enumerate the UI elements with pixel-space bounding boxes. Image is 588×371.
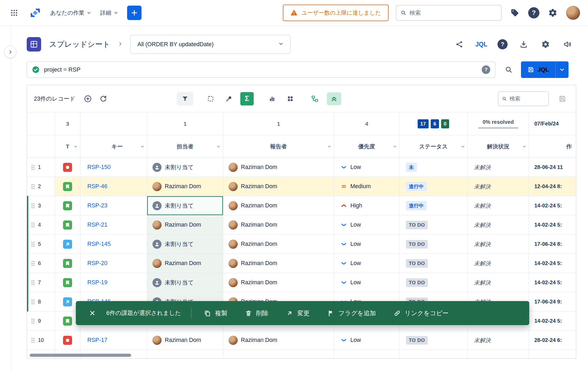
row-handle-cell[interactable]: 8 (27, 292, 55, 311)
drag-handle-icon[interactable] (31, 165, 35, 170)
drag-handle-icon[interactable] (31, 338, 35, 343)
assignee-cell[interactable]: Raziman Dom (147, 331, 223, 350)
copy-link-button[interactable]: リンクをコピー (394, 309, 449, 317)
issue-key-link[interactable]: RSP-145 (87, 241, 111, 247)
drag-handle-icon[interactable] (31, 299, 35, 305)
issue-key-link[interactable]: RSP-46 (87, 183, 107, 190)
create-button[interactable] (127, 6, 142, 20)
drag-handle-icon[interactable] (31, 318, 35, 324)
app-switcher-icon[interactable] (8, 7, 20, 19)
help-icon[interactable] (528, 7, 539, 18)
user-avatar[interactable] (566, 6, 580, 20)
settings-icon[interactable] (540, 38, 551, 50)
row-handle-cell[interactable]: 9 (27, 311, 55, 330)
global-search-input[interactable] (410, 10, 497, 16)
column-header-created[interactable]: 作 (529, 135, 576, 157)
status-cell[interactable]: TO DO (399, 215, 468, 234)
issue-key-cell[interactable]: RSP-150 (80, 158, 147, 177)
column-stats-icon[interactable] (265, 92, 279, 105)
reporter-cell[interactable]: Raziman Dom (223, 177, 334, 196)
assignee-cell[interactable]: 未割り当て (147, 158, 223, 177)
priority-cell[interactable]: Low (334, 215, 399, 234)
table-search-input[interactable] (509, 96, 545, 102)
column-header-status[interactable]: ステータス (399, 135, 468, 157)
created-cell[interactable]: 14-02-24 5: (529, 311, 576, 330)
your-work-menu[interactable]: あなたの作業 (50, 9, 91, 17)
row-handle-cell[interactable]: 2 (27, 177, 55, 196)
collapse-all-icon[interactable] (327, 92, 341, 105)
issue-key-cell[interactable]: RSP-21 (80, 215, 147, 234)
created-cell[interactable]: 14-02-24 5: (529, 215, 576, 234)
assignee-cell[interactable]: 未割り当て (147, 196, 223, 215)
priority-cell[interactable]: Low (334, 158, 399, 177)
status-cell[interactable]: TO DO (399, 273, 468, 292)
reporter-cell[interactable]: Raziman Dom (223, 254, 334, 273)
add-flag-button[interactable]: フラグを追加 (327, 309, 376, 317)
priority-cell[interactable]: Medium (334, 177, 399, 196)
issue-key-cell[interactable]: RSP-46 (80, 177, 147, 196)
reporter-cell[interactable]: Raziman Dom (223, 215, 334, 234)
column-header-key[interactable]: キー (80, 135, 147, 157)
drag-handle-icon[interactable] (31, 261, 35, 266)
layout-grid-icon[interactable] (284, 92, 297, 105)
drag-handle-icon[interactable] (31, 280, 35, 285)
column-header-assignee[interactable]: 担当者 (147, 135, 223, 157)
pin-icon[interactable] (222, 92, 236, 105)
resolution-cell[interactable]: 未解決 (468, 254, 529, 273)
drag-handle-icon[interactable] (31, 184, 35, 189)
issue-key-link[interactable]: RSP-21 (87, 222, 107, 228)
issue-key-cell[interactable]: RSP-17 (80, 331, 147, 350)
select-range-icon[interactable] (204, 92, 217, 105)
table-search[interactable] (498, 92, 549, 106)
resolution-cell[interactable]: 未解決 (468, 235, 529, 254)
megaphone-icon[interactable] (562, 38, 573, 50)
issue-type-cell[interactable] (55, 158, 80, 177)
created-cell[interactable]: 14-02-24 5: (529, 273, 576, 292)
share-icon[interactable] (453, 38, 465, 50)
resolution-cell[interactable]: 未解決 (468, 331, 529, 350)
priority-cell[interactable]: Low (334, 331, 399, 350)
column-header-type[interactable]: T (55, 135, 80, 157)
reporter-cell[interactable]: Raziman Dom (223, 196, 334, 215)
filter-icon[interactable] (177, 92, 193, 106)
issue-key-link[interactable]: RSP-20 (87, 260, 107, 267)
created-cell[interactable]: 14-02-24 5: (529, 196, 576, 215)
priority-cell[interactable]: High (334, 196, 399, 215)
created-cell[interactable]: 14-02-24 5: (529, 254, 576, 273)
status-cell[interactable]: TO DO (399, 254, 468, 273)
assignee-cell[interactable]: 未割り当て (147, 273, 223, 292)
jql-save-dropdown-caret[interactable] (555, 61, 569, 78)
view-selector-dropdown[interactable]: All (ORDER BY updatedDate) (130, 35, 291, 54)
reporter-cell[interactable]: Raziman Dom (223, 331, 334, 350)
created-cell[interactable]: 28-06-24 11 (529, 158, 576, 177)
expand-sidebar-button[interactable] (4, 46, 16, 58)
created-cell[interactable]: 28-02-24 6: (529, 331, 576, 350)
priority-cell[interactable]: Low (334, 273, 399, 292)
reporter-cell[interactable]: Raziman Dom (223, 273, 334, 292)
jql-help-icon[interactable] (482, 65, 490, 74)
jql-save-button[interactable]: JQL (521, 61, 555, 78)
jql-query-input[interactable] (44, 66, 477, 73)
assignee-cell[interactable]: Raziman Dom (147, 215, 223, 234)
duplicate-button[interactable]: 複製 (204, 309, 227, 317)
issue-key-cell[interactable]: RSP-145 (80, 235, 147, 254)
status-cell[interactable]: 進行中 (399, 196, 468, 215)
jql-mode-link[interactable]: JQL (475, 41, 487, 48)
more-menu[interactable]: 詳細 (100, 9, 118, 17)
resolution-cell[interactable]: 未解決 (468, 215, 529, 234)
column-header-priority[interactable]: 優先度 (334, 135, 399, 157)
created-cell[interactable]: 17-06-24 9: (529, 292, 576, 311)
drag-handle-icon[interactable] (31, 222, 35, 228)
priority-cell[interactable]: Low (334, 235, 399, 254)
row-handle-cell[interactable]: 5 (27, 235, 55, 254)
row-handle-cell[interactable]: 10 (27, 331, 55, 350)
column-header-reporter[interactable]: 報告者 (223, 135, 334, 157)
drag-handle-icon[interactable] (31, 203, 35, 208)
global-search[interactable] (396, 5, 501, 21)
resolution-cell[interactable]: 未解決 (468, 273, 529, 292)
row-handle-cell[interactable]: 7 (27, 273, 55, 292)
resolution-cell[interactable]: 未解決 (468, 158, 529, 177)
status-cell[interactable]: 未 (399, 158, 468, 177)
issue-type-cell[interactable] (55, 215, 80, 234)
change-button[interactable]: 変更 (286, 309, 309, 317)
